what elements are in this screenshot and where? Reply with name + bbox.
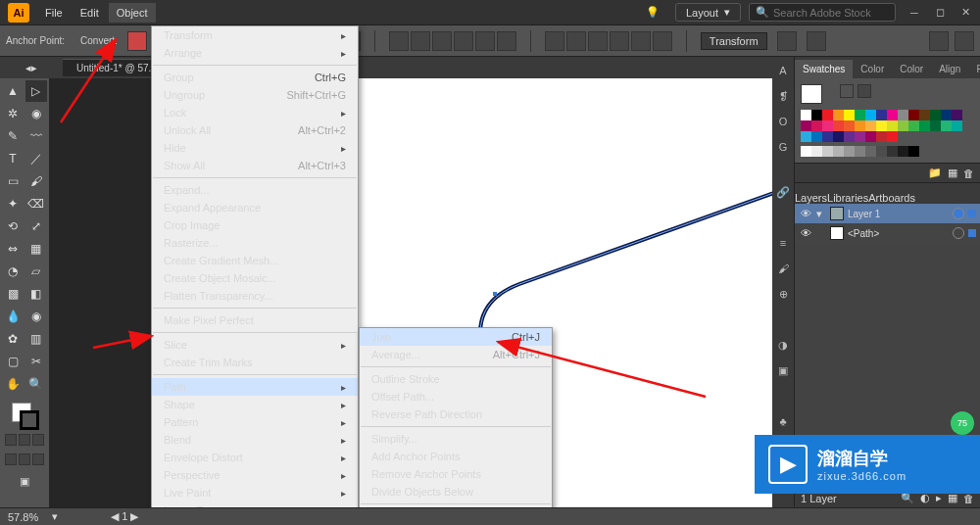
asset-export-icon[interactable]: ♣ bbox=[775, 413, 791, 429]
align-c[interactable] bbox=[411, 31, 430, 51]
path-menu-offset-path-[interactable]: Offset Path... bbox=[360, 388, 552, 406]
align-l[interactable] bbox=[389, 31, 409, 51]
object-menu-create-object-mosaic-[interactable]: Create Object Mosaic... bbox=[152, 269, 358, 287]
swatch[interactable] bbox=[844, 131, 855, 142]
object-menu-shape[interactable]: Shape bbox=[152, 396, 358, 413]
swatch[interactable] bbox=[822, 120, 833, 131]
swatch[interactable] bbox=[930, 110, 941, 120]
align-b[interactable] bbox=[497, 31, 516, 51]
tool-direct-selection[interactable]: ▷ bbox=[25, 80, 47, 102]
object-menu-create-trim-marks[interactable]: Create Trim Marks bbox=[152, 354, 358, 371]
swatch[interactable] bbox=[887, 120, 898, 131]
window-close[interactable]: ✕ bbox=[958, 6, 972, 20]
tab-artboards[interactable]: Artboards bbox=[868, 192, 915, 204]
swatch[interactable] bbox=[887, 110, 898, 120]
swatch-delete-icon[interactable]: 🗑 bbox=[963, 167, 974, 179]
swatch[interactable] bbox=[952, 120, 962, 131]
swatch[interactable] bbox=[801, 120, 811, 131]
draw-behind[interactable] bbox=[19, 453, 30, 465]
menu-object[interactable]: Object bbox=[109, 3, 156, 23]
swatch-gray[interactable] bbox=[811, 146, 822, 157]
swatch[interactable] bbox=[865, 120, 876, 131]
menu-edit[interactable]: Edit bbox=[73, 3, 107, 23]
tool-blend[interactable]: ◉ bbox=[25, 306, 47, 327]
object-menu-blend[interactable]: Blend bbox=[152, 431, 358, 449]
swatch-gray[interactable] bbox=[822, 146, 833, 157]
swatch-gray[interactable] bbox=[887, 146, 898, 157]
swatch[interactable] bbox=[822, 131, 833, 142]
object-menu-flatten-transparency-[interactable]: Flatten Transparency... bbox=[152, 287, 358, 305]
swatch[interactable] bbox=[855, 110, 865, 120]
swatch-gray[interactable] bbox=[855, 146, 865, 157]
align-r[interactable] bbox=[432, 31, 452, 51]
swatch[interactable] bbox=[855, 131, 865, 142]
swatch[interactable] bbox=[876, 120, 887, 131]
swatch-new-icon[interactable]: ▦ bbox=[948, 167, 957, 179]
stroke-icon[interactable]: ≡ bbox=[775, 235, 791, 251]
swatch[interactable] bbox=[952, 110, 962, 120]
swatch[interactable] bbox=[919, 120, 930, 131]
tool-line[interactable]: ／ bbox=[25, 148, 47, 169]
tab-color-guide[interactable]: Color bbox=[892, 60, 931, 78]
delete-layer-icon[interactable]: 🗑 bbox=[963, 493, 974, 504]
object-menu-slice[interactable]: Slice bbox=[152, 336, 358, 354]
object-menu-pattern[interactable]: Pattern bbox=[152, 413, 358, 431]
stroke-swatch[interactable] bbox=[20, 410, 39, 430]
swatch[interactable] bbox=[833, 120, 844, 131]
tool-lasso[interactable]: ◉ bbox=[25, 103, 47, 124]
layer-target[interactable] bbox=[953, 208, 964, 219]
swatch-gray[interactable] bbox=[865, 146, 876, 157]
swatch[interactable] bbox=[898, 120, 908, 131]
gradient-mode-btn[interactable] bbox=[19, 434, 30, 446]
layer-expand-toggle[interactable]: ▾ bbox=[816, 208, 826, 220]
properties-icon[interactable]: A bbox=[775, 63, 791, 78]
object-menu-hide[interactable]: Hide bbox=[152, 139, 358, 157]
swatch[interactable] bbox=[941, 110, 952, 120]
draw-inside[interactable] bbox=[32, 453, 44, 465]
swatch[interactable] bbox=[919, 110, 930, 120]
transform-button[interactable]: Transform bbox=[701, 32, 767, 50]
swatch[interactable] bbox=[844, 120, 855, 131]
layout-dropdown[interactable]: Layout ▾ bbox=[675, 3, 741, 22]
window-restore[interactable]: ◻ bbox=[933, 6, 947, 20]
tool-column-graph[interactable]: ▥ bbox=[25, 328, 47, 350]
swatch[interactable] bbox=[876, 110, 887, 120]
tool-shaper[interactable]: ✦ bbox=[2, 193, 24, 215]
tool-rotate[interactable]: ⟲ bbox=[2, 215, 24, 237]
path-menu-outline-stroke[interactable]: Outline Stroke bbox=[360, 370, 552, 388]
isolate-btn[interactable] bbox=[777, 31, 797, 51]
symbols-icon[interactable]: ⊕ bbox=[775, 286, 791, 302]
window-minimize[interactable]: ─ bbox=[907, 6, 921, 20]
object-menu-live-paint[interactable]: Live Paint bbox=[152, 484, 358, 501]
path-menu-join[interactable]: JoinCtrl+J bbox=[360, 328, 552, 346]
path-menu-average-[interactable]: Average...Alt+Ctrl+J bbox=[360, 346, 552, 363]
tab-layers[interactable]: Layers bbox=[795, 192, 827, 204]
swatch[interactable] bbox=[865, 110, 876, 120]
tool-scale[interactable]: ⤢ bbox=[25, 215, 47, 237]
object-menu-path[interactable]: Path bbox=[152, 378, 358, 396]
tool-slice[interactable]: ✂ bbox=[25, 351, 47, 372]
visibility-toggle[interactable]: 👁 bbox=[799, 227, 812, 239]
graphic-styles-icon[interactable]: ▣ bbox=[775, 362, 791, 378]
swatch-grid[interactable] bbox=[801, 110, 967, 142]
character-icon[interactable]: ❡ bbox=[775, 88, 791, 104]
swatch-grays[interactable] bbox=[801, 146, 967, 157]
tool-zoom[interactable]: 🔍 bbox=[25, 373, 47, 395]
object-menu-arrange[interactable]: Arrange bbox=[152, 44, 358, 62]
path-target[interactable] bbox=[953, 227, 964, 239]
swatch-none[interactable] bbox=[840, 84, 854, 98]
dist-6[interactable] bbox=[653, 31, 672, 51]
tool-eraser[interactable]: ⌫ bbox=[25, 193, 47, 215]
path-menu-simplify-[interactable]: Simplify... bbox=[360, 430, 552, 448]
swatch[interactable] bbox=[833, 131, 844, 142]
panel-toggle-2[interactable] bbox=[955, 31, 974, 51]
layer-row-path[interactable]: 👁 <Path> bbox=[795, 223, 980, 243]
tool-selection[interactable]: ▲ bbox=[2, 80, 24, 102]
zoom-readout[interactable]: 57.8% bbox=[8, 511, 38, 523]
tool-width[interactable]: ⇔ bbox=[2, 238, 24, 260]
object-menu-expand-[interactable]: Expand... bbox=[152, 181, 358, 199]
swatch-gray[interactable] bbox=[833, 146, 844, 157]
swatch[interactable] bbox=[898, 110, 908, 120]
tab-color[interactable]: Color bbox=[853, 60, 892, 78]
swatch-gray[interactable] bbox=[908, 146, 919, 157]
